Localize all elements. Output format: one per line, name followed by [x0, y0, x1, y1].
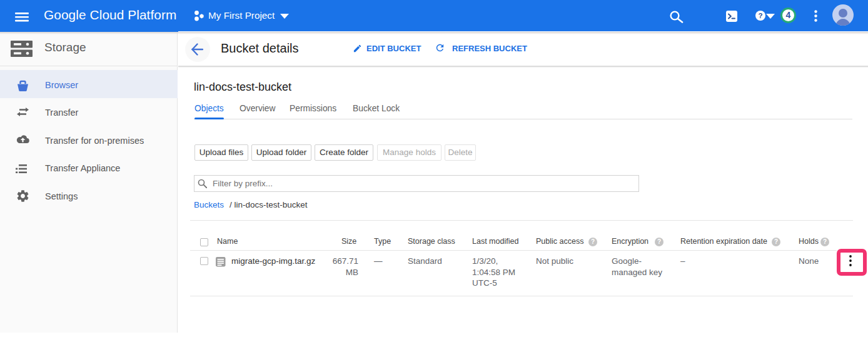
svg-text:?: ?: [758, 12, 762, 19]
